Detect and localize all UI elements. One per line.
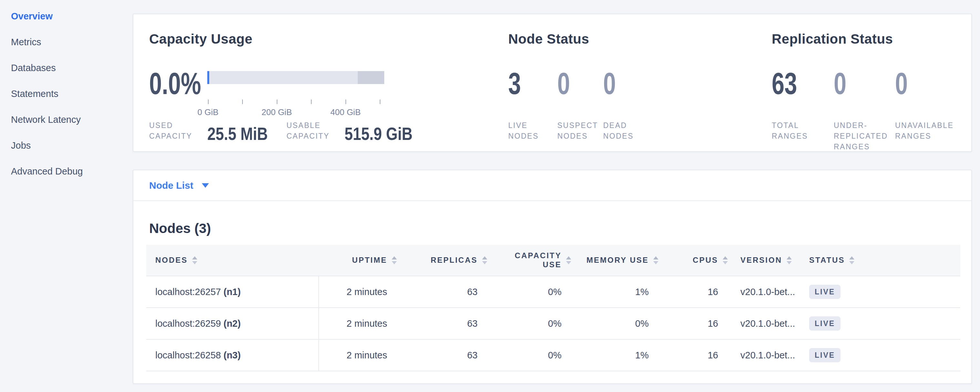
node-list-view-dropdown[interactable]: Node List xyxy=(149,180,209,191)
unavailable-ranges-label: UNAVAILABLE RANGES xyxy=(895,120,963,152)
node-id: (n1) xyxy=(223,287,240,297)
node-status-values: 3 0 0 xyxy=(508,68,658,100)
gauge-tick xyxy=(277,100,277,104)
column-header-nodes[interactable]: NODES xyxy=(146,245,319,276)
node-address-cell: localhost:26257 (n1) xyxy=(146,276,319,308)
status-cell: LIVE xyxy=(802,308,960,339)
capacity-gauge xyxy=(207,71,384,84)
gauge-tick-label: 400 GiB xyxy=(330,107,361,117)
sidebar-item-overview[interactable]: Overview xyxy=(11,10,52,22)
used-capacity-value: 25.5 MiB xyxy=(207,126,268,142)
cpus-cell: 16 xyxy=(660,339,729,371)
suspect-nodes-value: 0 xyxy=(557,68,570,100)
capacity-usage-section: Capacity Usage 0.0% 0 GiB 200 GiB 400 Gi… xyxy=(149,14,495,153)
usable-capacity-value: 515.9 GiB xyxy=(345,126,413,142)
column-label: UPTIME xyxy=(352,256,387,265)
under-replicated-ranges-value: 0 xyxy=(834,68,846,100)
version-cell: v20.1.0-bet... xyxy=(729,276,802,308)
used-capacity-label: USED CAPACITY xyxy=(149,120,198,142)
version-cell: v20.1.0-bet... xyxy=(729,339,802,371)
nodes-count-heading: Nodes (3) xyxy=(149,221,211,236)
status-cell: LIVE xyxy=(802,276,960,308)
gauge-tick xyxy=(208,100,208,104)
replication-status-section: Replication Status 63 0 0 TOTAL RANGES U… xyxy=(772,14,972,153)
table-row[interactable]: localhost:26258 (n3) 2 minutes 63 0% 1% … xyxy=(146,339,960,371)
column-header-status[interactable]: STATUS xyxy=(802,245,960,276)
sidebar-item-metrics[interactable]: Metrics xyxy=(11,35,41,48)
live-nodes-label: LIVE NODES xyxy=(508,120,557,142)
total-ranges-label: TOTAL RANGES xyxy=(772,120,834,152)
cluster-summary-card: Capacity Usage 0.0% 0 GiB 200 GiB 400 Gi… xyxy=(133,14,972,152)
column-header-uptime[interactable]: UPTIME xyxy=(319,245,398,276)
replication-labels: TOTAL RANGES UNDER-REPLICATED RANGES UNA… xyxy=(772,120,963,152)
status-badge: LIVE xyxy=(809,348,840,362)
column-header-memory-use[interactable]: MEMORY USE xyxy=(573,245,660,276)
live-nodes-value: 3 xyxy=(508,68,521,100)
memory-use-cell: 0% xyxy=(573,308,660,339)
sort-icon xyxy=(192,256,197,265)
table-row[interactable]: localhost:26259 (n2) 2 minutes 63 0% 0% … xyxy=(146,308,960,339)
gauge-tick xyxy=(311,100,312,104)
node-status-labels: LIVE NODES SUSPECT NODES DEAD NODES xyxy=(508,120,658,142)
capacity-percent-value: 0.0% xyxy=(149,68,201,100)
uptime-cell: 2 minutes xyxy=(319,308,398,339)
sort-icon xyxy=(392,256,397,265)
memory-use-cell: 1% xyxy=(573,276,660,308)
replicas-cell: 63 xyxy=(398,276,488,308)
table-header-row: NODES UPTIME REPLICAS CAPACITY USE MEMOR… xyxy=(146,245,960,276)
cpus-cell: 16 xyxy=(660,308,729,339)
column-label: STATUS xyxy=(809,256,845,265)
status-badge: LIVE xyxy=(809,316,840,331)
node-address: localhost:26258 xyxy=(155,350,221,360)
sort-icon xyxy=(723,256,728,265)
replicas-cell: 63 xyxy=(398,339,488,371)
node-address: localhost:26257 xyxy=(155,287,221,297)
capacity-usage-title: Capacity Usage xyxy=(149,31,253,47)
node-status-title: Node Status xyxy=(508,31,589,47)
node-address-cell: localhost:26259 (n2) xyxy=(146,308,319,339)
node-list-view-label: Node List xyxy=(149,180,193,191)
gauge-tick xyxy=(380,100,380,104)
cpus-cell: 16 xyxy=(660,276,729,308)
column-header-capacity-use[interactable]: CAPACITY USE xyxy=(488,245,573,276)
capacity-stats: USED CAPACITY 25.5 MiB USABLE CAPACITY 5… xyxy=(149,120,426,142)
column-header-replicas[interactable]: REPLICAS xyxy=(398,245,488,276)
unavailable-ranges-value: 0 xyxy=(895,68,908,100)
sort-icon xyxy=(849,256,854,265)
node-address: localhost:26259 xyxy=(155,318,221,329)
suspect-nodes-label: SUSPECT NODES xyxy=(557,120,603,142)
replication-values: 63 0 0 xyxy=(772,68,963,100)
gauge-tick-label: 200 GiB xyxy=(261,107,292,117)
column-label: CAPACITY USE xyxy=(513,251,562,269)
column-label: CPUS xyxy=(693,256,718,265)
node-list-card: Node List Nodes (3) NODES UPTIME REPLICA… xyxy=(133,170,972,384)
uptime-cell: 2 minutes xyxy=(319,339,398,371)
node-status-section: Node Status 3 0 0 LIVE NODES SUSPECT NOD… xyxy=(508,14,754,153)
sidebar-item-statements[interactable]: Statements xyxy=(11,87,59,100)
total-ranges-value: 63 xyxy=(772,68,797,100)
sort-icon xyxy=(653,256,659,265)
sidebar-item-jobs[interactable]: Jobs xyxy=(11,139,31,152)
sort-icon xyxy=(787,256,792,265)
chevron-down-icon xyxy=(202,183,209,188)
dead-nodes-label: DEAD NODES xyxy=(603,120,658,142)
nodes-table: NODES UPTIME REPLICAS CAPACITY USE MEMOR… xyxy=(146,245,960,371)
column-label: VERSION xyxy=(740,256,782,265)
gauge-tick-label: 0 GiB xyxy=(197,107,218,117)
under-replicated-ranges-label: UNDER-REPLICATED RANGES xyxy=(834,120,895,152)
gauge-tick xyxy=(345,100,346,104)
dead-nodes-value: 0 xyxy=(603,68,616,100)
table-row[interactable]: localhost:26257 (n1) 2 minutes 63 0% 1% … xyxy=(146,276,960,308)
sort-icon xyxy=(482,256,487,265)
gauge-reserved-segment xyxy=(358,71,384,84)
column-header-cpus[interactable]: CPUS xyxy=(660,245,729,276)
sidebar-item-network-latency[interactable]: Network Latency xyxy=(11,113,81,126)
sidebar-item-advanced-debug[interactable]: Advanced Debug xyxy=(11,165,83,178)
sidebar-item-databases[interactable]: Databases xyxy=(11,61,56,74)
usable-capacity-label: USABLE CAPACITY xyxy=(286,120,336,142)
capacity-use-cell: 0% xyxy=(488,308,573,339)
replicas-cell: 63 xyxy=(398,308,488,339)
node-id: (n2) xyxy=(223,318,240,329)
column-header-version[interactable]: VERSION xyxy=(729,245,802,276)
column-label: NODES xyxy=(155,256,188,265)
